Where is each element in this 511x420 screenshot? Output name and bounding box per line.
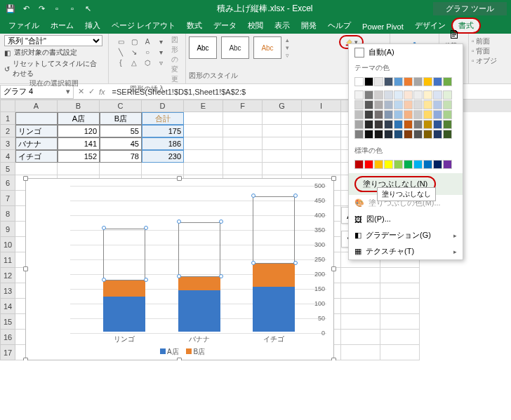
color-swatch[interactable] (413, 77, 423, 86)
bar-segment-b[interactable] (103, 280, 145, 297)
color-swatch[interactable] (404, 100, 413, 109)
tab-developer[interactable]: 開発 (296, 18, 322, 34)
col-header-D[interactable]: D (142, 100, 184, 112)
chart-legend[interactable]: A店 B店 (26, 347, 333, 357)
picture-fill-item[interactable]: 🖼 図(P)... (349, 211, 463, 227)
chart-plot-area[interactable]: 050100150200250300350400450500リンゴバナナイチゴ (51, 186, 326, 332)
cell-D3[interactable]: 186 (142, 137, 184, 150)
row-header-16[interactable]: 16 (0, 330, 15, 345)
row-header-11[interactable]: 11 (0, 252, 15, 268)
color-swatch[interactable] (433, 77, 442, 86)
shape-style-2[interactable]: Abc (221, 36, 249, 59)
shape-more-row1[interactable]: ▾ (154, 36, 167, 46)
cell-C2[interactable]: 55 (100, 125, 142, 137)
color-swatch[interactable] (423, 120, 432, 129)
cell-D1[interactable]: 合計 (142, 112, 184, 125)
cell-D2[interactable]: 175 (142, 125, 184, 137)
selection-pane-button[interactable]: ▫ オブジ (472, 56, 508, 66)
fill-auto[interactable]: 自動(A) (349, 44, 463, 60)
color-swatch[interactable] (413, 160, 423, 169)
col-header-E[interactable]: E (184, 100, 223, 112)
row-header-9[interactable]: 9 (0, 222, 15, 237)
resize-handle[interactable] (331, 176, 336, 181)
color-swatch[interactable] (443, 90, 452, 100)
color-swatch[interactable] (354, 110, 364, 119)
shape-style-1[interactable]: Abc (189, 36, 217, 59)
color-swatch[interactable] (404, 110, 413, 119)
cell-D4[interactable]: 230 (142, 150, 184, 163)
color-swatch[interactable] (443, 110, 452, 119)
bar-segment-a[interactable] (253, 287, 295, 332)
color-swatch[interactable] (433, 90, 442, 100)
color-swatch[interactable] (364, 100, 373, 109)
bar-group[interactable]: イチゴ (253, 184, 295, 332)
tab-page-layout[interactable]: ページ レイアウト (106, 18, 181, 34)
gallery-up-icon[interactable]: ▴ (286, 36, 289, 43)
color-swatch[interactable] (443, 100, 452, 109)
color-swatch[interactable] (384, 120, 393, 129)
alt-text-icon[interactable]: 🖹 (449, 29, 460, 41)
color-swatch[interactable] (354, 160, 364, 169)
cell-C1[interactable]: B店 (100, 112, 142, 125)
color-swatch[interactable] (384, 90, 393, 100)
row-header-15[interactable]: 15 (0, 314, 15, 330)
cell-C3[interactable]: 45 (100, 137, 142, 150)
shape-brace-icon[interactable]: { (114, 57, 127, 67)
color-swatch[interactable] (384, 100, 393, 109)
color-swatch[interactable] (423, 77, 432, 86)
color-swatch[interactable] (354, 77, 364, 86)
shape-more-row2[interactable]: ▾ (154, 47, 167, 57)
shape-oval-icon[interactable]: ○ (141, 47, 154, 57)
color-swatch[interactable] (413, 90, 423, 100)
color-swatch[interactable] (423, 90, 432, 100)
color-swatch[interactable] (433, 160, 442, 169)
row-header-8[interactable]: 8 (0, 206, 15, 222)
col-header-A[interactable]: A (15, 100, 58, 112)
shape-text-icon[interactable]: A (141, 36, 154, 46)
texture-fill-item[interactable]: ▦ テクスチャ(T) ▸ (349, 243, 463, 259)
color-swatch[interactable] (394, 77, 403, 86)
color-swatch[interactable] (443, 77, 452, 86)
resize-handle[interactable] (331, 358, 336, 360)
color-swatch[interactable] (394, 130, 403, 139)
tab-chart-design[interactable]: デザイン (409, 18, 451, 34)
row-header-7[interactable]: 7 (0, 191, 15, 206)
row-header-17[interactable]: 17 (0, 345, 15, 360)
bar-segment-b[interactable] (253, 264, 295, 287)
bar-segment-a[interactable] (103, 297, 145, 332)
tab-data[interactable]: データ (208, 18, 242, 34)
redo-icon[interactable]: ↷ (35, 2, 48, 15)
resize-handle[interactable] (23, 266, 28, 271)
color-swatch[interactable] (374, 90, 383, 100)
color-swatch[interactable] (354, 100, 364, 109)
no-fill-item[interactable]: 塗りつぶしなし(N) 塗りつぶしなし (349, 173, 463, 195)
color-swatch[interactable] (423, 100, 432, 109)
shape-hex-icon[interactable]: ⬡ (141, 57, 154, 67)
resize-handle[interactable] (23, 176, 28, 181)
color-swatch[interactable] (433, 110, 442, 119)
selected-series-outline[interactable] (253, 196, 295, 264)
color-swatch[interactable] (433, 120, 442, 129)
format-selection-button[interactable]: ◧ 選択対象の書式設定 (4, 48, 104, 57)
col-header-B[interactable]: B (58, 100, 100, 112)
color-swatch[interactable] (374, 120, 383, 129)
color-swatch[interactable] (394, 160, 403, 169)
color-swatch[interactable] (423, 160, 432, 169)
color-swatch[interactable] (354, 130, 364, 139)
color-swatch[interactable] (433, 130, 442, 139)
resize-handle[interactable] (177, 358, 182, 360)
row-header-4[interactable]: 4 (0, 150, 15, 163)
color-swatch[interactable] (394, 120, 403, 129)
color-swatch[interactable] (404, 130, 413, 139)
row-header-1[interactable]: 1 (0, 112, 15, 125)
gallery-down-icon[interactable]: ▾ (286, 44, 289, 51)
tab-file[interactable]: ファイル (3, 18, 45, 34)
row-header-10[interactable]: 10 (0, 237, 15, 252)
bar-group[interactable]: バナナ (178, 184, 220, 332)
color-swatch[interactable] (354, 90, 364, 100)
save-icon[interactable]: 💾 (4, 2, 17, 15)
row-header-2[interactable]: 2 (0, 125, 15, 137)
change-shape-button[interactable]: 図形の 変更 (171, 35, 181, 84)
cell-B2[interactable]: 120 (58, 125, 100, 137)
color-swatch[interactable] (404, 120, 413, 129)
